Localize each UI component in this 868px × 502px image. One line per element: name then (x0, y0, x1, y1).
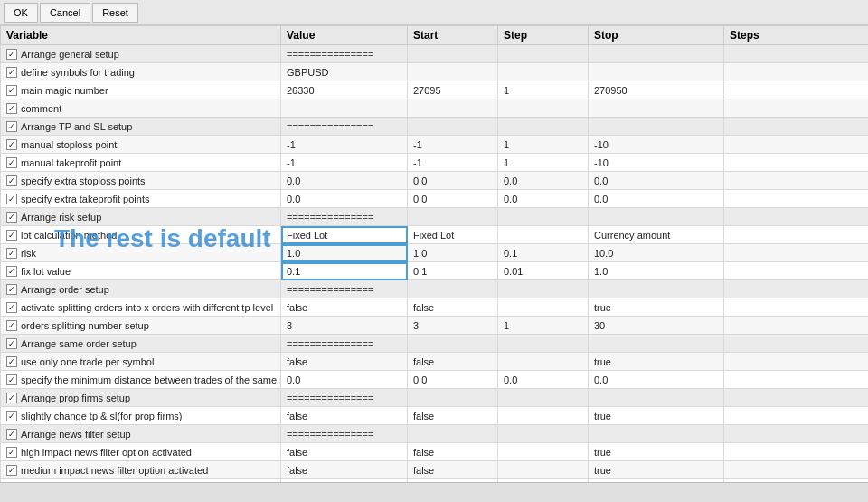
row-checkbox[interactable] (6, 338, 17, 349)
reset-button[interactable]: Reset (92, 3, 138, 23)
value-cell: false (281, 443, 408, 461)
start-cell (408, 45, 498, 63)
table-wrapper: The rest is default Variable Value Start… (0, 25, 868, 482)
variable-name: Arrange prop firms setup (21, 393, 130, 403)
row-checkbox[interactable] (6, 356, 17, 367)
stop-cell (589, 335, 724, 353)
steps-cell (724, 45, 869, 63)
variable-cell: slightly change tp & sl(for prop firms) (1, 407, 281, 425)
table-row: lot calculation methodFixed LotFixed Lot… (1, 226, 869, 244)
step-cell (498, 335, 589, 353)
variable-cell: manual stoploss point (1, 136, 281, 154)
variable-name: Arrange general setup (21, 49, 119, 60)
start-cell (408, 389, 498, 407)
step-cell: 1 (498, 154, 589, 172)
row-checkbox[interactable] (6, 175, 17, 186)
value-cell: =============== (281, 280, 408, 298)
row-checkbox[interactable] (6, 121, 17, 132)
row-checkbox[interactable] (6, 67, 17, 78)
start-cell: 0.0 (408, 190, 498, 208)
variable-cell: define symbols for trading (1, 63, 281, 81)
row-checkbox[interactable] (6, 429, 17, 440)
variable-cell: medium impact news filter option activat… (1, 461, 281, 479)
table-row: high impact news filter option activated… (1, 443, 869, 461)
table-row: medium impact news filter option activat… (1, 461, 869, 479)
row-checkbox[interactable] (6, 393, 17, 403)
variable-name: Arrange same order setup (21, 338, 137, 349)
value-cell: false (281, 407, 408, 425)
stop-cell: 1.0 (589, 262, 724, 280)
value-cell: 3 (281, 317, 408, 335)
step-cell (498, 99, 589, 118)
variable-name: Arrange TP and SL setup (21, 121, 132, 132)
row-checkbox[interactable] (6, 248, 17, 259)
row-checkbox[interactable] (6, 157, 17, 168)
row-checkbox[interactable] (6, 411, 17, 421)
variable-name: activate splitting orders into x orders … (21, 302, 273, 313)
stop-cell (589, 208, 724, 226)
steps-cell (724, 63, 869, 81)
stop-cell: -10 (589, 154, 724, 172)
value-cell: false (281, 298, 408, 317)
row-checkbox[interactable] (6, 49, 17, 60)
steps-cell (724, 443, 869, 461)
variable-cell: Arrange TP and SL setup (1, 118, 281, 136)
step-cell (498, 425, 589, 443)
variable-name: fix lot value (21, 266, 71, 277)
steps-cell (724, 208, 869, 226)
variable-cell: Arrange risk setup (1, 208, 281, 226)
start-cell: -1 (408, 154, 498, 172)
value-cell: =============== (281, 208, 408, 226)
variable-name: risk (21, 248, 36, 259)
variable-name: lot calculation method (21, 230, 117, 241)
row-checkbox[interactable] (6, 447, 17, 458)
variable-cell: low impact news filter option activated (1, 479, 281, 483)
row-checkbox[interactable] (6, 194, 17, 204)
variable-cell: lot calculation method (1, 226, 281, 244)
value-cell: 0.0 (281, 371, 408, 389)
row-checkbox[interactable] (6, 212, 17, 223)
start-cell: 0.1 (408, 262, 498, 280)
value-cell: false (281, 479, 408, 483)
start-cell: false (408, 443, 498, 461)
table-row: specify the minimum distance between tra… (1, 371, 869, 389)
table-row: Arrange risk setup=============== (1, 208, 869, 226)
value-cell: Fixed Lot (281, 226, 408, 244)
variable-cell: manual takeprofit point (1, 154, 281, 172)
step-cell: 0.1 (498, 244, 589, 262)
table-row: main magic number26330270951270950 (1, 81, 869, 99)
header-steps: Steps (724, 26, 869, 45)
header-stop: Stop (589, 26, 724, 45)
start-cell: Fixed Lot (408, 226, 498, 244)
ok-button[interactable]: OK (4, 3, 38, 23)
stop-cell (589, 280, 724, 298)
row-checkbox[interactable] (6, 230, 17, 241)
row-checkbox[interactable] (6, 103, 17, 114)
start-cell (408, 99, 498, 118)
stop-cell: 0.0 (589, 371, 724, 389)
header-value: Value (281, 26, 408, 45)
row-checkbox[interactable] (6, 374, 17, 385)
table-row: slightly change tp & sl(for prop firms)f… (1, 407, 869, 425)
main-window: OK Cancel Reset The rest is default Vari… (0, 0, 868, 502)
value-cell: 26330 (281, 81, 408, 99)
row-checkbox[interactable] (6, 85, 17, 96)
variable-name: high impact news filter option activated (21, 447, 192, 458)
steps-cell (724, 172, 869, 190)
stop-cell: 10.0 (589, 244, 724, 262)
header-step: Step (498, 26, 589, 45)
row-checkbox[interactable] (6, 302, 17, 313)
row-checkbox[interactable] (6, 320, 17, 331)
start-cell: false (408, 461, 498, 479)
table-row: specify extra stoploss points0.00.00.00.… (1, 172, 869, 190)
row-checkbox[interactable] (6, 266, 17, 277)
row-checkbox[interactable] (6, 465, 17, 476)
step-cell: 0.0 (498, 172, 589, 190)
table-row: use only one trade per symbolfalsefalset… (1, 353, 869, 371)
row-checkbox[interactable] (6, 139, 17, 150)
table-header-row: Variable Value Start Step Stop Steps (1, 26, 869, 45)
variable-cell: Arrange order setup (1, 280, 281, 298)
start-cell (408, 118, 498, 136)
row-checkbox[interactable] (6, 284, 17, 295)
cancel-button[interactable]: Cancel (40, 3, 90, 23)
